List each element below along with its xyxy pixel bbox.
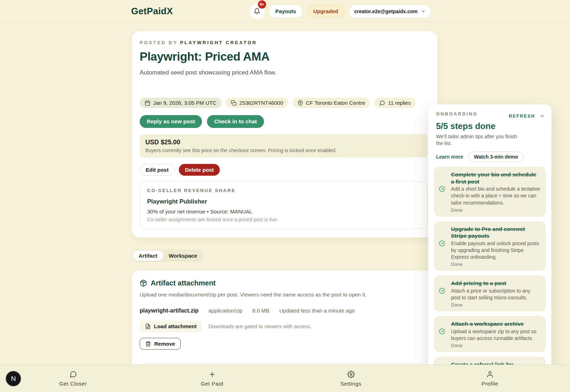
onboarding-step-card: Add pricing to a post Attach a price or … bbox=[434, 275, 546, 311]
nav-label: Get Paid bbox=[201, 381, 223, 387]
post-title: Playwright: Priced AMA bbox=[140, 50, 428, 63]
copy-icon bbox=[231, 100, 237, 106]
dev-tools-badge[interactable]: N bbox=[6, 371, 21, 386]
step-title: Complete your bio and schedule a first p… bbox=[451, 171, 541, 185]
location-label: CF Toronto Eaton Centre bbox=[306, 100, 365, 106]
post-id-chip[interactable]: 25362RTNT46000 bbox=[226, 98, 288, 108]
artifact-section-title: Artifact attachment bbox=[151, 279, 216, 287]
onboarding-step-card: Upgrade to Pro and connect Stripe payout… bbox=[434, 221, 546, 271]
trash-icon bbox=[145, 341, 151, 347]
post-meta-chips: Jan 9, 2026, 3:05 PM UTC 25362RTNT46000 … bbox=[140, 98, 428, 108]
gear-icon bbox=[347, 371, 355, 378]
check-circle-icon bbox=[439, 185, 447, 206]
refresh-button[interactable]: REFRESH bbox=[509, 114, 535, 119]
bottom-navigation: Get Closer Get Paid Settings Profile bbox=[0, 365, 570, 392]
datetime-chip: Jan 9, 2026, 3:05 PM UTC bbox=[140, 98, 222, 108]
bell-icon bbox=[254, 8, 260, 15]
file-icon bbox=[145, 324, 151, 329]
file-mime-type: application/zip bbox=[208, 308, 242, 314]
account-email: creator.e2e@getpaidx.com bbox=[354, 9, 418, 14]
main-column: POSTED BY PLAYWRIGHT CREATOR Playwright:… bbox=[132, 31, 437, 392]
co-seller-card: CO-SELLER REVENUE SHARE Playwright Publi… bbox=[140, 181, 428, 229]
co-seller-terms: 30% of your net revenue • Source: MANUAL bbox=[147, 208, 420, 215]
step-status: Done bbox=[451, 343, 541, 348]
step-title: Upgrade to Pro and connect Stripe payout… bbox=[451, 226, 541, 240]
edit-post-button[interactable]: Edit post bbox=[140, 164, 175, 176]
gated-downloads-note: Downloads are gated to viewers with acce… bbox=[208, 324, 311, 329]
delete-post-button[interactable]: Delete post bbox=[179, 164, 220, 176]
check-circle-icon bbox=[439, 239, 447, 261]
file-updated: Updated less than a minute ago bbox=[279, 308, 355, 314]
post-description: Automated seed post showcasing priced AM… bbox=[140, 69, 428, 76]
check-circle-icon bbox=[439, 327, 447, 342]
reply-as-new-post-button[interactable]: Reply as new post bbox=[140, 115, 202, 128]
onboarding-eyebrow: ONBOARDING bbox=[436, 111, 478, 117]
remove-attachment-button[interactable]: Remove bbox=[140, 338, 181, 350]
learn-more-link[interactable]: Learn more bbox=[436, 154, 463, 160]
post-card: POSTED BY PLAYWRIGHT CREATOR Playwright:… bbox=[132, 31, 437, 237]
tab-workspace[interactable]: Workspace bbox=[163, 251, 203, 261]
app-logo: GetPaidX bbox=[131, 6, 173, 17]
load-attachment-button[interactable]: Load attachment bbox=[140, 320, 202, 332]
file-name: playwright-artifact.zip bbox=[140, 308, 198, 314]
price-note: Buyers currently see this price on the c… bbox=[145, 148, 422, 153]
nav-label: Get Closer bbox=[59, 381, 87, 387]
nav-label: Profile bbox=[482, 381, 498, 387]
load-attachment-label: Load attachment bbox=[154, 323, 197, 329]
post-id-label: 25362RTNT46000 bbox=[239, 100, 283, 106]
app-screen: GetPaidX 9+ Payouts Upgraded creator.e2e… bbox=[0, 0, 570, 392]
onboarding-progress-title: 5/5 steps done bbox=[434, 121, 546, 131]
nav-item-settings[interactable]: Settings bbox=[281, 365, 420, 392]
manage-actions: Edit post Delete post bbox=[140, 164, 428, 176]
file-size: 6.0 MB bbox=[252, 308, 269, 314]
chat-bubble-icon bbox=[379, 100, 385, 106]
collapse-panel-button[interactable] bbox=[539, 113, 545, 119]
notification-count-badge: 9+ bbox=[258, 0, 266, 9]
person-icon bbox=[486, 371, 494, 378]
co-seller-heading: CO-SELLER REVENUE SHARE bbox=[147, 188, 420, 193]
step-title: Add pricing to a post bbox=[451, 280, 541, 287]
replies-label: 11 replies bbox=[388, 100, 411, 106]
remove-attachment-label: Remove bbox=[154, 341, 175, 347]
onboarding-panel: ONBOARDING REFRESH 5/5 steps done We’ll … bbox=[428, 104, 551, 392]
price-amount: USD $25.00 bbox=[145, 139, 422, 146]
tab-artifact[interactable]: Artifact bbox=[133, 251, 163, 261]
step-status: Done bbox=[451, 302, 541, 308]
co-seller-name: Playwright Publisher bbox=[147, 198, 420, 205]
check-circle-icon bbox=[439, 287, 447, 301]
onboarding-step-card: Complete your bio and schedule a first p… bbox=[434, 167, 546, 217]
payouts-button[interactable]: Payouts bbox=[269, 5, 302, 18]
location-chip: CF Toronto Eaton Centre bbox=[292, 98, 370, 108]
step-title: Attach a workspace archive bbox=[451, 320, 541, 327]
nav-item-get-paid[interactable]: Get Paid bbox=[142, 365, 281, 392]
replies-chip: 11 replies bbox=[374, 98, 416, 108]
step-description: Attach a price or subscription to any po… bbox=[451, 288, 541, 301]
upgraded-badge[interactable]: Upgraded bbox=[307, 5, 344, 18]
step-description: Add a short bio and schedule a tentative… bbox=[451, 186, 541, 206]
step-status: Done bbox=[451, 207, 541, 213]
package-icon bbox=[140, 279, 147, 287]
account-menu[interactable]: creator.e2e@getpaidx.com bbox=[349, 5, 431, 18]
step-status: Done bbox=[451, 262, 541, 267]
posted-by-label: POSTED BY bbox=[140, 40, 177, 45]
chat-bubble-icon bbox=[69, 371, 77, 378]
chevron-down-icon bbox=[539, 113, 545, 119]
map-pin-icon bbox=[297, 100, 303, 106]
attachment-file-row: playwright-artifact.zip application/zip … bbox=[140, 308, 428, 314]
pricing-box: USD $25.00 Buyers currently see this pri… bbox=[140, 134, 428, 158]
attachment-tabs: Artifact Workspace bbox=[132, 249, 204, 262]
post-actions: Reply as new post Check in to chat bbox=[140, 115, 428, 128]
calendar-icon bbox=[145, 100, 150, 106]
artifact-section-description: Upload one media/document/zip per post. … bbox=[140, 292, 428, 298]
watch-demo-button[interactable]: Watch 3-min demo bbox=[468, 151, 523, 162]
nav-item-profile[interactable]: Profile bbox=[420, 365, 559, 392]
posted-by-eyebrow: POSTED BY PLAYWRIGHT CREATOR bbox=[140, 40, 428, 45]
post-author: PLAYWRIGHT CREATOR bbox=[180, 40, 257, 45]
onboarding-subtitle: We’ll tailor admin tips after you finish… bbox=[434, 133, 523, 147]
step-description: Enable payouts and unlock priced posts b… bbox=[451, 240, 541, 261]
top-header: GetPaidX 9+ Payouts Upgraded creator.e2e… bbox=[0, 0, 570, 22]
check-in-to-chat-button[interactable]: Check in to chat bbox=[207, 115, 264, 128]
nav-item-get-closer[interactable]: Get Closer bbox=[4, 365, 142, 392]
notifications-button[interactable]: 9+ bbox=[250, 4, 265, 19]
co-seller-note: Co-seller assignments are locked once a … bbox=[147, 217, 420, 222]
